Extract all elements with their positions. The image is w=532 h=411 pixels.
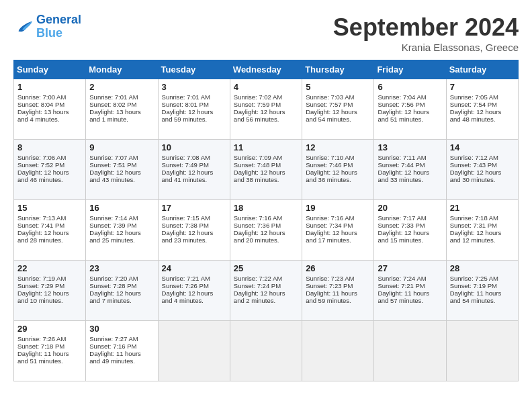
cell-info-line: Sunrise: 7:25 AM	[450, 275, 515, 282]
cell-info-line: Sunset: 8:04 PM	[17, 101, 82, 108]
calendar-cell: 28Sunrise: 7:25 AMSunset: 7:19 PMDayligh…	[446, 261, 518, 321]
cell-info-line: Daylight: 12 hours	[234, 229, 298, 236]
cell-info-line: and 7 minutes.	[89, 297, 154, 304]
cell-info-line: Daylight: 12 hours	[89, 289, 154, 297]
day-number: 4	[234, 82, 298, 92]
cell-info-line: Daylight: 12 hours	[234, 289, 298, 297]
logo-icon	[13, 17, 34, 36]
col-header-thursday: Thursday	[302, 60, 374, 79]
calendar-cell: 21Sunrise: 7:18 AMSunset: 7:31 PMDayligh…	[446, 200, 518, 261]
cell-info-line: Daylight: 12 hours	[17, 169, 82, 176]
cell-info-line: and 2 minutes.	[234, 297, 298, 304]
cell-info-line: Sunrise: 7:12 AM	[450, 154, 515, 161]
location: Krania Elassonas, Greece	[333, 42, 519, 53]
calendar-cell: 9Sunrise: 7:07 AMSunset: 7:51 PMDaylight…	[86, 140, 158, 200]
cell-info-line: Sunset: 7:29 PM	[17, 282, 82, 289]
cell-info-line: Daylight: 12 hours	[234, 169, 298, 176]
calendar-cell: 27Sunrise: 7:24 AMSunset: 7:21 PMDayligh…	[374, 261, 446, 321]
calendar-cell: 5Sunrise: 7:03 AMSunset: 7:57 PMDaylight…	[302, 79, 374, 140]
cell-info-line: Sunrise: 7:15 AM	[162, 214, 226, 222]
cell-info-line: and 25 minutes.	[89, 236, 154, 244]
calendar-cell	[230, 321, 302, 381]
cell-info-line: Sunset: 8:01 PM	[162, 101, 226, 108]
cell-info-line: Sunset: 7:24 PM	[234, 282, 298, 289]
col-header-saturday: Saturday	[446, 60, 518, 79]
day-number: 10	[162, 142, 226, 152]
cell-info-line: and 4 minutes.	[162, 297, 226, 304]
cell-info-line: and 54 minutes.	[306, 116, 370, 123]
cell-info-line: Sunset: 7:21 PM	[378, 282, 442, 289]
cell-info-line: and 30 minutes.	[450, 176, 515, 183]
cell-info-line: and 51 minutes.	[17, 357, 82, 365]
calendar-cell: 30Sunrise: 7:27 AMSunset: 7:16 PMDayligh…	[86, 321, 158, 381]
cell-info-line: Daylight: 12 hours	[306, 108, 370, 116]
cell-info-line: and 23 minutes.	[162, 236, 226, 244]
day-number: 24	[162, 263, 226, 273]
cell-info-line: Sunset: 7:18 PM	[17, 342, 82, 350]
day-number: 5	[306, 82, 370, 92]
day-number: 22	[17, 263, 82, 273]
calendar-table: SundayMondayTuesdayWednesdayThursdayFrid…	[13, 60, 519, 381]
cell-info-line: Daylight: 12 hours	[162, 108, 226, 116]
calendar-cell: 19Sunrise: 7:16 AMSunset: 7:34 PMDayligh…	[302, 200, 374, 261]
cell-info-line: Sunrise: 7:04 AM	[378, 93, 442, 101]
day-number: 7	[450, 82, 515, 92]
calendar-cell: 8Sunrise: 7:06 AMSunset: 7:52 PMDaylight…	[14, 140, 86, 200]
calendar-cell: 12Sunrise: 7:10 AMSunset: 7:46 PMDayligh…	[302, 140, 374, 200]
day-number: 28	[450, 263, 515, 273]
logo-text: General Blue	[36, 13, 81, 40]
day-number: 12	[306, 142, 370, 152]
cell-info-line: Sunset: 7:36 PM	[234, 222, 298, 229]
calendar-cell: 7Sunrise: 7:05 AMSunset: 7:54 PMDaylight…	[446, 79, 518, 140]
calendar-cell: 29Sunrise: 7:26 AMSunset: 7:18 PMDayligh…	[14, 321, 86, 381]
cell-info-line: Daylight: 12 hours	[162, 289, 226, 297]
calendar-cell: 15Sunrise: 7:13 AMSunset: 7:41 PMDayligh…	[14, 200, 86, 261]
day-number: 27	[378, 263, 442, 273]
page-header: General Blue September 2024 Krania Elass…	[13, 13, 519, 53]
cell-info-line: Sunrise: 7:11 AM	[378, 154, 442, 161]
calendar-cell: 22Sunrise: 7:19 AMSunset: 7:29 PMDayligh…	[14, 261, 86, 321]
cell-info-line: Sunset: 7:23 PM	[306, 282, 370, 289]
calendar-cell	[374, 321, 446, 381]
cell-info-line: Sunrise: 7:14 AM	[89, 214, 154, 222]
cell-info-line: Daylight: 12 hours	[378, 229, 442, 236]
cell-info-line: Daylight: 13 hours	[17, 108, 82, 116]
cell-info-line: and 59 minutes.	[306, 297, 370, 304]
cell-info-line: Sunrise: 7:24 AM	[378, 275, 442, 282]
calendar-cell: 25Sunrise: 7:22 AMSunset: 7:24 PMDayligh…	[230, 261, 302, 321]
day-number: 21	[450, 203, 515, 213]
cell-info-line: Daylight: 12 hours	[89, 229, 154, 236]
cell-info-line: and 1 minute.	[89, 116, 154, 123]
cell-info-line: Daylight: 12 hours	[306, 229, 370, 236]
calendar-cell: 20Sunrise: 7:17 AMSunset: 7:33 PMDayligh…	[374, 200, 446, 261]
cell-info-line: Sunset: 7:49 PM	[162, 161, 226, 169]
day-number: 13	[378, 142, 442, 152]
month-title: September 2024	[333, 13, 519, 42]
logo: General Blue	[13, 13, 81, 40]
day-number: 29	[17, 324, 82, 334]
cell-info-line: Sunset: 7:41 PM	[17, 222, 82, 229]
cell-info-line: Daylight: 12 hours	[89, 169, 154, 176]
col-header-tuesday: Tuesday	[158, 60, 230, 79]
title-block: September 2024 Krania Elassonas, Greece	[333, 13, 519, 53]
cell-info-line: and 36 minutes.	[306, 176, 370, 183]
calendar-cell: 14Sunrise: 7:12 AMSunset: 7:43 PMDayligh…	[446, 140, 518, 200]
cell-info-line: Sunset: 7:52 PM	[17, 161, 82, 169]
cell-info-line: Sunrise: 7:07 AM	[89, 154, 154, 161]
cell-info-line: and 41 minutes.	[162, 176, 226, 183]
calendar-cell: 18Sunrise: 7:16 AMSunset: 7:36 PMDayligh…	[230, 200, 302, 261]
cell-info-line: Daylight: 12 hours	[450, 169, 515, 176]
cell-info-line: Sunset: 7:16 PM	[89, 342, 154, 350]
cell-info-line: Sunset: 7:56 PM	[378, 101, 442, 108]
cell-info-line: and 38 minutes.	[234, 176, 298, 183]
calendar-cell: 10Sunrise: 7:08 AMSunset: 7:49 PMDayligh…	[158, 140, 230, 200]
cell-info-line: Daylight: 12 hours	[450, 108, 515, 116]
cell-info-line: Sunrise: 7:03 AM	[306, 93, 370, 101]
day-number: 16	[89, 203, 154, 213]
cell-info-line: Sunset: 7:43 PM	[450, 161, 515, 169]
cell-info-line: Sunset: 7:31 PM	[450, 222, 515, 229]
cell-info-line: Sunrise: 7:20 AM	[89, 275, 154, 282]
day-number: 11	[234, 142, 298, 152]
day-number: 30	[89, 324, 154, 334]
cell-info-line: Sunrise: 7:02 AM	[234, 93, 298, 101]
